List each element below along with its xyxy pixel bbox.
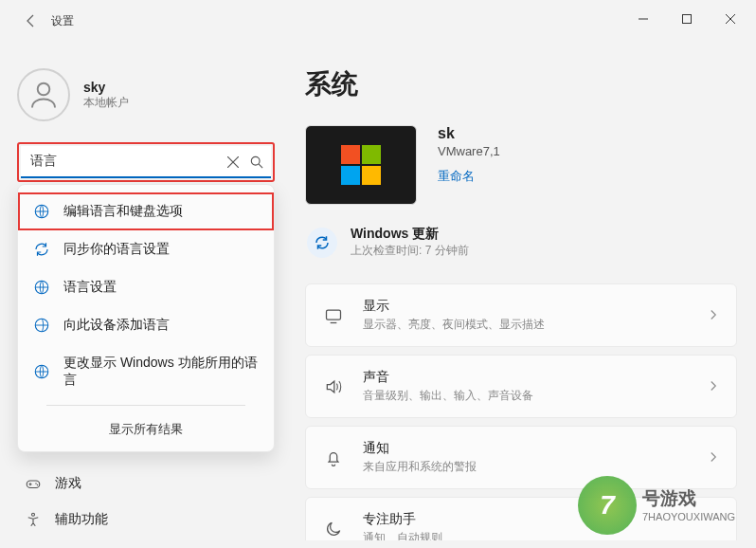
svg-point-4 [38,83,50,96]
svg-rect-1 [683,15,692,24]
display-icon [323,305,344,326]
accessibility-icon [25,511,42,528]
card-subtitle: 音量级别、输出、输入、声音设备 [363,388,689,404]
moon-icon [323,519,344,539]
avatar [17,68,70,121]
card-title: 声音 [363,369,689,386]
sidebar: sky 本地帐户 编辑语言和键盘选项 同步你的语言设置 [0,30,284,540]
app-title: 设置 [51,13,74,29]
sidebar-item-label: 辅助功能 [55,511,108,528]
card-title: 通知 [363,440,689,457]
card-subtitle: 来自应用和系统的警报 [363,459,689,475]
svg-point-16 [32,513,35,516]
windows-update-row[interactable]: Windows 更新 上次检查时间: 7 分钟前 [305,226,737,259]
rename-link[interactable]: 重命名 [438,168,500,185]
svg-point-14 [35,483,37,484]
search-result-change-display-language[interactable]: 更改显示 Windows 功能所用的语言 [18,344,274,399]
update-subtitle: 上次检查时间: 7 分钟前 [351,243,469,259]
language-keyboard-icon [33,203,50,220]
update-icon [307,228,337,258]
settings-card-focus-assist[interactable]: 专注助手 通知、自动规则 [305,497,737,540]
device-model: VMware7,1 [438,144,500,158]
language-icon [33,279,50,296]
search-result-label: 向此设备添加语言 [63,317,259,334]
card-subtitle: 显示器、亮度、夜间模式、显示描述 [363,317,689,333]
language-display-icon [33,363,50,380]
settings-card-display[interactable]: 显示 显示器、亮度、夜间模式、显示描述 [305,283,737,347]
search-result-edit-language-keyboard[interactable]: 编辑语言和键盘选项 [18,192,274,230]
device-name: sk [438,125,500,142]
search-input[interactable] [30,154,216,169]
show-all-results[interactable]: 显示所有结果 [18,411,274,446]
clear-icon[interactable] [227,156,239,168]
search-result-label: 语言设置 [63,279,259,296]
device-info: sk VMware7,1 重命名 [305,125,737,205]
device-thumbnail [305,125,417,205]
bell-icon [323,448,344,468]
chevron-right-icon [708,378,719,395]
search-icon[interactable] [250,155,263,169]
chevron-right-icon [708,449,719,466]
search-results-dropdown: 编辑语言和键盘选项 同步你的语言设置 语言设置 向此设备添加语言 更改显示 Wi… [17,184,275,452]
search-result-label: 同步你的语言设置 [63,241,259,258]
search-result-label: 更改显示 Windows 功能所用的语言 [63,355,259,389]
svg-point-15 [37,484,39,486]
sidebar-item-label: 游戏 [55,475,81,492]
svg-rect-17 [327,310,341,320]
chevron-right-icon [708,307,719,324]
language-add-icon [33,317,50,334]
svg-point-7 [251,156,260,165]
card-subtitle: 通知、自动规则 [363,530,719,540]
sync-icon [33,241,50,258]
main-content: 系统 sk VMware7,1 重命名 Windows 更新 上次检查时间: 7… [284,30,756,540]
user-subtitle: 本地帐户 [83,95,129,111]
card-title: 显示 [363,298,689,315]
settings-card-notifications[interactable]: 通知 来自应用和系统的警报 [305,426,737,489]
search-result-label: 编辑语言和键盘选项 [63,203,259,220]
user-name: sky [83,80,129,95]
page-title: 系统 [305,66,737,102]
sidebar-item-gaming[interactable]: 游戏 [17,466,275,502]
sound-icon [323,376,344,397]
user-block[interactable]: sky 本地帐户 [17,68,275,121]
sidebar-item-privacy[interactable]: 隐私和安全性 [17,538,275,548]
search-box-highlight [17,142,275,182]
search-result-sync-language[interactable]: 同步你的语言设置 [18,230,274,268]
search-result-add-language[interactable]: 向此设备添加语言 [18,306,274,344]
svg-line-8 [259,164,262,168]
svg-rect-13 [27,481,40,488]
sidebar-item-accessibility[interactable]: 辅助功能 [17,502,275,538]
search-result-language-settings[interactable]: 语言设置 [18,268,274,306]
card-title: 专注助手 [363,511,719,528]
settings-card-sound[interactable]: 声音 音量级别、输出、输入、声音设备 [305,355,737,418]
gamepad-icon [25,475,42,492]
update-title: Windows 更新 [351,226,469,243]
divider [46,405,245,406]
